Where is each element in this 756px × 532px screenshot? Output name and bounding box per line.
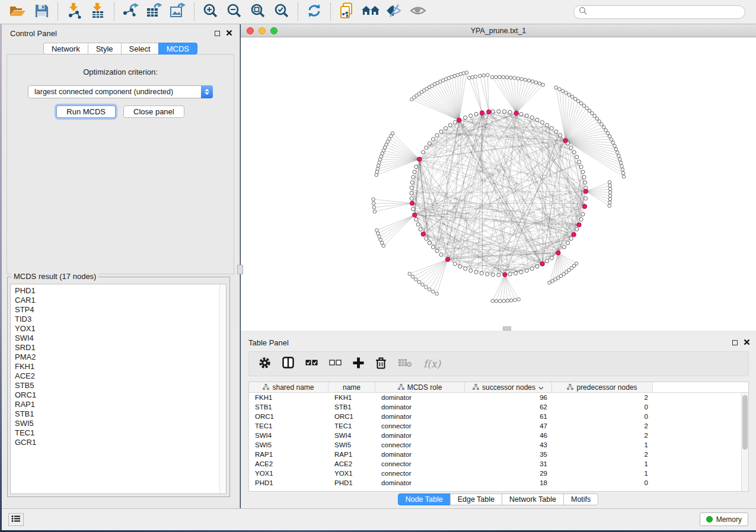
- graph-leaf-node[interactable]: [377, 232, 380, 235]
- graph-leaf-node[interactable]: [372, 198, 375, 201]
- graph-node[interactable]: [410, 186, 413, 190]
- mcds-result-item[interactable]: PHD1: [15, 286, 226, 296]
- optimization-criterion-select[interactable]: largest connected component (undirected): [28, 85, 213, 98]
- graph-leaf-node[interactable]: [619, 161, 623, 165]
- graph-node[interactable]: [469, 114, 473, 117]
- graph-node[interactable]: [525, 114, 528, 117]
- graph-leaf-node[interactable]: [579, 102, 583, 105]
- graph-leaf-node[interactable]: [428, 288, 432, 291]
- graph-leaf-node[interactable]: [495, 299, 498, 303]
- graph-leaf-node[interactable]: [414, 278, 418, 281]
- graph-node[interactable]: [579, 217, 583, 221]
- graph-node[interactable]: [444, 126, 447, 130]
- table-settings-button[interactable]: [259, 357, 271, 371]
- graph-node[interactable]: [546, 259, 549, 263]
- graph-node[interactable]: [581, 170, 585, 174]
- graph-leaf-node[interactable]: [502, 75, 505, 79]
- graph-leaf-node[interactable]: [561, 89, 564, 93]
- graph-hub-node[interactable]: [503, 273, 507, 277]
- graph-hub-node[interactable]: [577, 223, 581, 227]
- graph-leaf-node[interactable]: [513, 76, 516, 80]
- graph-leaf-node[interactable]: [435, 292, 439, 296]
- split-view-button[interactable]: [282, 357, 294, 371]
- graph-leaf-node[interactable]: [506, 299, 509, 303]
- graph-leaf-node[interactable]: [524, 78, 527, 82]
- graph-node[interactable]: [579, 165, 583, 169]
- graph-hub-node[interactable]: [445, 257, 449, 261]
- graph-leaf-node[interactable]: [531, 80, 534, 84]
- graph-leaf-node[interactable]: [541, 83, 545, 86]
- graph-node[interactable]: [419, 227, 422, 231]
- graph-node[interactable]: [491, 273, 495, 277]
- graph-leaf-node[interactable]: [425, 286, 428, 289]
- graph-node[interactable]: [530, 267, 534, 270]
- network-canvas[interactable]: [241, 37, 756, 331]
- mcds-result-item[interactable]: SWI5: [15, 419, 226, 428]
- save-button[interactable]: [30, 2, 53, 22]
- graph-node[interactable]: [575, 155, 579, 159]
- graph-leaf-node[interactable]: [375, 229, 379, 232]
- select-all-button[interactable]: [305, 358, 318, 369]
- graph-node[interactable]: [435, 249, 439, 253]
- zoom-selected-button[interactable]: [270, 2, 294, 22]
- graph-node[interactable]: [581, 213, 585, 216]
- close-panel-icon[interactable]: [226, 29, 232, 38]
- graph-leaf-node[interactable]: [588, 109, 591, 113]
- console-button[interactable]: [8, 513, 24, 526]
- graph-leaf-node[interactable]: [591, 111, 594, 115]
- graph-node[interactable]: [410, 191, 413, 195]
- graph-node[interactable]: [578, 160, 581, 164]
- graph-node[interactable]: [562, 245, 566, 249]
- graph-leaf-node[interactable]: [520, 78, 524, 81]
- mcds-result-item[interactable]: CAR1: [15, 296, 226, 305]
- graph-node[interactable]: [569, 146, 573, 149]
- float-window-icon[interactable]: [732, 340, 738, 345]
- graph-node[interactable]: [412, 175, 415, 179]
- column-header-name[interactable]: name: [328, 382, 375, 392]
- graph-leaf-node[interactable]: [618, 158, 622, 161]
- graph-leaf-node[interactable]: [375, 174, 378, 177]
- graph-node[interactable]: [566, 241, 570, 245]
- graph-node[interactable]: [554, 130, 558, 133]
- graph-leaf-node[interactable]: [486, 73, 490, 77]
- mcds-list-scrollbar[interactable]: [219, 284, 226, 493]
- graph-leaf-node[interactable]: [490, 76, 494, 79]
- zoom-fit-button[interactable]: [246, 2, 270, 22]
- graph-node[interactable]: [425, 146, 428, 149]
- tab-style[interactable]: Style: [88, 43, 122, 55]
- function-builder-button[interactable]: f(x): [423, 358, 441, 370]
- table-row[interactable]: SWI5SWI5connector431: [249, 440, 748, 450]
- graph-node[interactable]: [431, 137, 435, 141]
- graph-node[interactable]: [535, 118, 539, 121]
- graph-leaf-node[interactable]: [585, 107, 589, 110]
- graph-hub-node[interactable]: [572, 232, 576, 236]
- mcds-result-item[interactable]: RAP1: [15, 400, 226, 409]
- tab-network-table[interactable]: Network Table: [502, 493, 564, 505]
- graph-node[interactable]: [546, 123, 549, 127]
- mcds-result-item[interactable]: STB5: [15, 381, 226, 390]
- graph-leaf-node[interactable]: [608, 191, 612, 194]
- graph-node[interactable]: [410, 181, 414, 184]
- maximize-window-icon[interactable]: [270, 27, 277, 34]
- graph-node[interactable]: [550, 256, 553, 259]
- table-scrollbar[interactable]: [741, 393, 748, 491]
- tab-network[interactable]: Network: [43, 43, 88, 55]
- graph-leaf-node[interactable]: [377, 164, 380, 168]
- graph-node[interactable]: [491, 110, 495, 113]
- graph-node[interactable]: [525, 269, 528, 273]
- graph-leaf-node[interactable]: [491, 299, 495, 303]
- share-document-button[interactable]: [335, 2, 359, 22]
- graph-node[interactable]: [569, 237, 573, 241]
- graph-leaf-node[interactable]: [608, 201, 612, 204]
- graph-node[interactable]: [583, 181, 587, 184]
- mcds-result-list[interactable]: PHD1CAR1STP4TID3YOX1SWI4SRD1PMA2FKH1ACE2…: [10, 284, 227, 494]
- table-row[interactable]: RAP1RAP1dominator352: [249, 450, 748, 459]
- export-table-button[interactable]: [142, 2, 166, 22]
- graph-leaf-node[interactable]: [600, 123, 604, 126]
- graph-leaf-node[interactable]: [548, 281, 551, 284]
- zoom-out-button[interactable]: [222, 2, 246, 22]
- graph-leaf-node[interactable]: [608, 187, 612, 191]
- graph-node[interactable]: [519, 270, 523, 274]
- graph-leaf-node[interactable]: [564, 91, 568, 95]
- table-row[interactable]: ORC1ORC1dominator610: [249, 412, 748, 421]
